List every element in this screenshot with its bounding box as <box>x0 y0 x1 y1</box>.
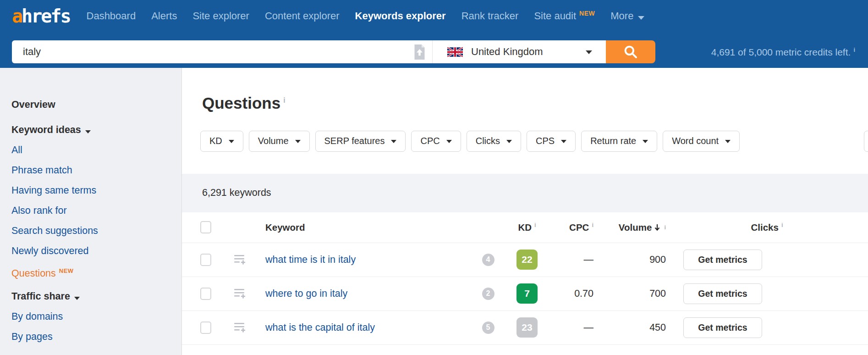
main-panel: Questionsi KD Volume SERP features CPC C… <box>182 68 868 355</box>
nav-rank-tracker[interactable]: Rank tracker <box>461 10 519 22</box>
sidebar-item-by-domains[interactable]: By domains <box>11 306 181 327</box>
kd-badge: 7 <box>516 283 538 304</box>
nav-items: Dashboard Alerts Site explorer Content e… <box>87 10 645 22</box>
sidebar-item-overview[interactable]: Overview <box>11 94 181 115</box>
filter-word-count[interactable]: Word count <box>663 131 740 152</box>
table-row: what is the capital of italy 5 23 — 450 … <box>182 311 868 345</box>
chevron-down-icon <box>506 140 512 143</box>
volume-value: 450 <box>593 322 666 333</box>
sort-desc-icon <box>654 223 660 232</box>
filter-button-partial[interactable] <box>864 131 868 152</box>
nav-dashboard[interactable]: Dashboard <box>87 10 136 22</box>
cpc-value: — <box>549 322 593 333</box>
sidebar-item-all[interactable]: All <box>11 140 181 160</box>
chevron-down-icon <box>85 130 91 133</box>
nav-site-explorer[interactable]: Site explorer <box>192 10 249 22</box>
metric-credits: 4,691 of 5,000 metric credits left.i <box>711 46 855 58</box>
row-checkbox[interactable] <box>200 288 211 300</box>
filter-cps[interactable]: CPS <box>527 131 576 152</box>
get-metrics-button[interactable]: Get metrics <box>683 317 762 338</box>
keyword-link[interactable]: what time is it in italy <box>265 254 356 265</box>
row-checkbox[interactable] <box>200 254 211 266</box>
sidebar-item-newly-discovered[interactable]: Newly discovered <box>11 241 181 261</box>
sidebar-item-phrase-match[interactable]: Phrase match <box>11 160 181 180</box>
filter-kd[interactable]: KD <box>200 131 243 152</box>
get-metrics-button[interactable]: Get metrics <box>683 283 762 304</box>
chevron-down-icon <box>725 140 731 143</box>
add-to-list-icon[interactable] <box>233 254 261 266</box>
volume-value: 900 <box>593 254 666 266</box>
filter-cpc[interactable]: CPC <box>411 131 461 152</box>
page-title: Questionsi <box>202 94 868 112</box>
table-header: Keyword KDi CPCi Volume i Clicksi <box>182 212 868 243</box>
new-badge: NEW <box>579 10 595 17</box>
info-icon[interactable]: i <box>853 46 855 53</box>
chevron-down-icon <box>643 140 648 143</box>
cpc-value: 0.70 <box>549 288 593 300</box>
filter-clicks[interactable]: Clicks <box>467 131 521 152</box>
get-metrics-button[interactable]: Get metrics <box>683 250 762 270</box>
kd-badge: 22 <box>516 250 538 270</box>
chevron-down-icon <box>586 50 592 54</box>
ahrefs-logo[interactable]: ahrefs <box>12 7 70 25</box>
sidebar-item-by-pages[interactable]: By pages <box>11 327 181 347</box>
filter-return-rate[interactable]: Return rate <box>581 131 657 152</box>
cpc-value: — <box>549 254 593 266</box>
col-header-cpc[interactable]: CPCi <box>549 222 593 233</box>
nav-alerts[interactable]: Alerts <box>151 10 177 22</box>
table-row: where to go in italy 2 7 0.70 700 Get me… <box>182 277 868 311</box>
chevron-down-icon <box>638 16 644 20</box>
country-selector[interactable]: United Kingdom <box>432 40 606 63</box>
nav-content-explorer[interactable]: Content explorer <box>265 10 340 22</box>
results-count-band: 6,291 keywords <box>182 174 868 212</box>
filter-serp-features[interactable]: SERP features <box>315 131 406 152</box>
keywords-count: 6,291 keywords <box>202 187 271 199</box>
col-header-clicks[interactable]: Clicksi <box>666 222 868 233</box>
search-button[interactable] <box>606 40 655 63</box>
chevron-down-icon <box>391 140 396 143</box>
search-icon <box>623 44 638 59</box>
uk-flag-icon <box>447 47 463 57</box>
add-to-list-icon[interactable] <box>233 288 261 300</box>
sidebar: Overview Keyword ideas All Phrase match … <box>0 68 182 355</box>
nav-site-audit[interactable]: Site auditNEW <box>534 10 595 22</box>
sidebar-item-questions[interactable]: QuestionsNEW <box>11 261 181 281</box>
keyword-search-input[interactable]: italy <box>12 40 432 63</box>
add-to-list-icon[interactable] <box>233 322 261 334</box>
main-nav: ahrefs Dashboard Alerts Site explorer Co… <box>0 0 868 32</box>
volume-value: 700 <box>593 288 666 300</box>
table-row: what time is it in italy 4 22 — 900 Get … <box>182 243 868 277</box>
logo-rest: hrefs <box>22 6 70 27</box>
col-header-kd[interactable]: KDi <box>505 222 549 233</box>
keyword-link[interactable]: what is the capital of italy <box>265 322 375 333</box>
country-label: United Kingdom <box>471 46 543 58</box>
sidebar-group-keyword-ideas[interactable]: Keyword ideas <box>11 120 181 140</box>
keyword-link[interactable]: where to go in italy <box>265 288 347 299</box>
new-badge: NEW <box>59 267 74 274</box>
kd-badge: 23 <box>516 317 538 338</box>
sidebar-item-having-same-terms[interactable]: Having same terms <box>11 180 181 200</box>
chevron-down-icon <box>295 140 301 143</box>
serp-features-badge: 5 <box>482 322 494 334</box>
top-bar: ahrefs Dashboard Alerts Site explorer Co… <box>0 0 868 68</box>
row-checkbox[interactable] <box>200 322 211 334</box>
filter-volume[interactable]: Volume <box>249 131 310 152</box>
sidebar-item-search-suggestions[interactable]: Search suggestions <box>11 221 181 241</box>
sidebar-item-also-rank-for[interactable]: Also rank for <box>11 200 181 221</box>
info-icon[interactable]: i <box>534 222 536 228</box>
chevron-down-icon <box>561 140 566 143</box>
filter-bar: KD Volume SERP features CPC Clicks CPS R… <box>200 131 868 152</box>
file-upload-icon[interactable] <box>413 44 426 60</box>
select-all-checkbox[interactable] <box>200 221 211 233</box>
sidebar-group-traffic-share[interactable]: Traffic share <box>11 286 181 306</box>
serp-features-badge: 2 <box>482 288 494 300</box>
col-header-volume[interactable]: Volume i <box>593 222 666 233</box>
nav-more[interactable]: More <box>610 10 644 22</box>
serp-features-badge: 4 <box>482 254 494 266</box>
search-query-text: italy <box>23 46 41 58</box>
info-icon[interactable]: i <box>283 96 285 104</box>
search-bar: italy United Kingdom <box>12 40 868 63</box>
chevron-down-icon <box>446 140 452 143</box>
nav-keywords-explorer[interactable]: Keywords explorer <box>355 10 446 22</box>
info-icon[interactable]: i <box>781 222 783 228</box>
